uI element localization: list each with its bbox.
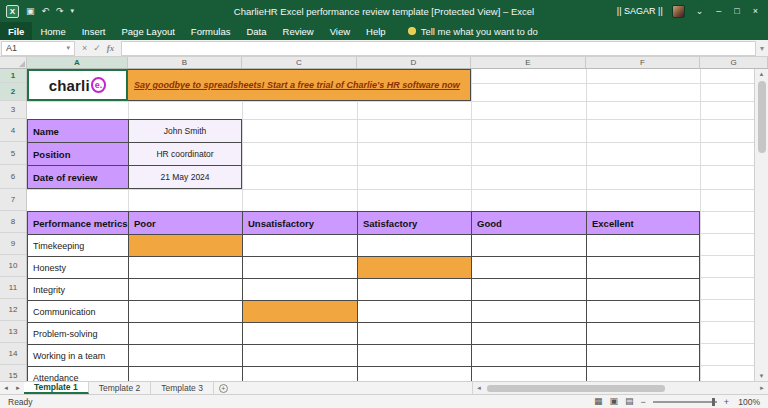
rating-cell[interactable] bbox=[358, 257, 472, 278]
insert-function-icon[interactable]: fx bbox=[107, 43, 115, 53]
rating-cell[interactable] bbox=[358, 279, 472, 300]
ribbon-options-icon[interactable]: ⌄ bbox=[694, 6, 706, 16]
tab-view[interactable]: View bbox=[322, 22, 358, 40]
header-satisfactory[interactable]: Satisfactory bbox=[358, 212, 472, 234]
name-value-cell[interactable]: John Smith bbox=[129, 120, 241, 142]
row-header[interactable]: 5 bbox=[0, 142, 26, 165]
rating-cell[interactable] bbox=[129, 235, 243, 256]
maximize-icon[interactable]: □ bbox=[732, 6, 741, 16]
header-good[interactable]: Good bbox=[472, 212, 587, 234]
scroll-up-icon[interactable]: ▲ bbox=[759, 69, 765, 79]
rating-cell[interactable] bbox=[129, 367, 243, 381]
tab-help[interactable]: Help bbox=[358, 22, 394, 40]
row-header[interactable]: 9 bbox=[0, 233, 26, 255]
rating-cell[interactable] bbox=[472, 257, 587, 278]
row-header[interactable]: 12 bbox=[0, 299, 26, 321]
row-header[interactable]: 4 bbox=[0, 119, 26, 142]
rating-cell[interactable] bbox=[243, 279, 358, 300]
zoom-out-icon[interactable]: − bbox=[640, 397, 645, 407]
sheet-nav-left-icon[interactable]: ◄ bbox=[0, 382, 12, 394]
scroll-down-icon[interactable]: ▼ bbox=[759, 371, 765, 381]
column-header-g[interactable]: G bbox=[700, 57, 768, 68]
zoom-level[interactable]: 100% bbox=[736, 397, 760, 407]
metric-label-cell[interactable]: Problem-solving bbox=[28, 323, 129, 344]
metric-label-cell[interactable]: Working in a team bbox=[28, 345, 129, 366]
cancel-icon[interactable]: × bbox=[82, 43, 87, 53]
rating-cell[interactable] bbox=[472, 367, 587, 381]
scroll-right-icon[interactable]: ► bbox=[756, 385, 768, 391]
rating-cell[interactable] bbox=[587, 279, 699, 300]
qat-more-icon[interactable]: ▾ bbox=[71, 7, 75, 15]
rating-cell[interactable] bbox=[243, 345, 358, 366]
save-icon[interactable]: ▣ bbox=[26, 6, 35, 16]
tab-page-layout[interactable]: Page Layout bbox=[113, 22, 182, 40]
rating-cell[interactable] bbox=[129, 345, 243, 366]
rating-cell[interactable] bbox=[587, 367, 699, 381]
tab-home[interactable]: Home bbox=[32, 22, 73, 40]
sheet-tab-template-1[interactable]: Template 1 bbox=[24, 382, 89, 394]
horizontal-scrollbar[interactable]: ◄ ► bbox=[472, 382, 768, 394]
user-name[interactable]: || SAGAR || bbox=[617, 6, 663, 16]
row-header[interactable]: 10 bbox=[0, 255, 26, 277]
header-unsatisfactory[interactable]: Unsatisfactory bbox=[243, 212, 358, 234]
sheet-tab-template-3[interactable]: Template 3 bbox=[151, 382, 214, 394]
row-header[interactable]: 14 bbox=[0, 343, 26, 365]
date-value-cell[interactable]: 21 May 2024 bbox=[129, 166, 241, 188]
position-value-cell[interactable]: HR coordinator bbox=[129, 143, 241, 165]
rating-cell[interactable] bbox=[587, 301, 699, 322]
rating-cell[interactable] bbox=[587, 257, 699, 278]
rating-cell[interactable] bbox=[243, 235, 358, 256]
name-box-chevron-icon[interactable]: ▾ bbox=[66, 44, 70, 52]
rating-cell[interactable] bbox=[129, 323, 243, 344]
date-label-cell[interactable]: Date of review bbox=[28, 166, 129, 188]
header-poor[interactable]: Poor bbox=[129, 212, 243, 234]
rating-cell[interactable] bbox=[587, 345, 699, 366]
horizontal-scroll-thumb[interactable] bbox=[487, 385, 665, 392]
row-header[interactable]: 7 bbox=[0, 189, 26, 211]
vertical-scrollbar[interactable]: ▲ ▼ bbox=[754, 69, 768, 381]
rating-cell[interactable] bbox=[129, 301, 243, 322]
zoom-in-icon[interactable]: + bbox=[724, 397, 729, 407]
row-header[interactable]: 11 bbox=[0, 277, 26, 299]
grid-canvas[interactable]: charli e. Say goodbye to spreadsheets! S… bbox=[27, 69, 754, 381]
rating-cell[interactable] bbox=[243, 323, 358, 344]
minimize-icon[interactable]: – bbox=[714, 6, 723, 16]
zoom-slider-thumb[interactable] bbox=[712, 398, 715, 406]
rating-cell[interactable] bbox=[358, 235, 472, 256]
charlie-logo-cell[interactable]: charli e. bbox=[27, 69, 128, 101]
metric-label-cell[interactable]: Attendance bbox=[28, 367, 129, 381]
column-header-e[interactable]: E bbox=[471, 57, 586, 68]
close-icon[interactable]: × bbox=[751, 6, 760, 16]
rating-cell[interactable] bbox=[243, 301, 358, 322]
metric-label-cell[interactable]: Communication bbox=[28, 301, 129, 322]
rating-cell[interactable] bbox=[358, 345, 472, 366]
new-sheet-button[interactable]: + bbox=[214, 382, 233, 394]
tell-me-box[interactable]: Tell me what you want to do bbox=[408, 22, 538, 40]
formula-bar-expand-icon[interactable]: ▾ bbox=[756, 44, 768, 53]
promo-banner-cell[interactable]: Say goodbye to spreadsheets! Start a fre… bbox=[128, 69, 471, 101]
scroll-left-icon[interactable]: ◄ bbox=[473, 385, 485, 391]
rating-cell[interactable] bbox=[358, 323, 472, 344]
tab-formulas[interactable]: Formulas bbox=[183, 22, 239, 40]
rating-cell[interactable] bbox=[243, 257, 358, 278]
normal-view-icon[interactable]: ▦ bbox=[594, 397, 603, 406]
zoom-slider[interactable] bbox=[653, 401, 717, 403]
tab-insert[interactable]: Insert bbox=[74, 22, 114, 40]
rating-cell[interactable] bbox=[472, 301, 587, 322]
tab-review[interactable]: Review bbox=[275, 22, 322, 40]
name-label-cell[interactable]: Name bbox=[28, 120, 129, 142]
rating-cell[interactable] bbox=[472, 345, 587, 366]
header-performance-metrics[interactable]: Performance metrics bbox=[28, 212, 129, 234]
tab-file[interactable]: File bbox=[0, 22, 32, 40]
rating-cell[interactable] bbox=[358, 367, 472, 381]
rating-cell[interactable] bbox=[129, 257, 243, 278]
rating-cell[interactable] bbox=[358, 301, 472, 322]
rating-cell[interactable] bbox=[587, 323, 699, 344]
page-break-view-icon[interactable]: ▤ bbox=[625, 397, 634, 406]
tab-data[interactable]: Data bbox=[238, 22, 274, 40]
metric-label-cell[interactable]: Timekeeping bbox=[28, 235, 129, 256]
rating-cell[interactable] bbox=[472, 235, 587, 256]
enter-icon[interactable]: ✓ bbox=[93, 43, 101, 53]
formula-input[interactable] bbox=[121, 41, 756, 56]
rating-cell[interactable] bbox=[472, 279, 587, 300]
